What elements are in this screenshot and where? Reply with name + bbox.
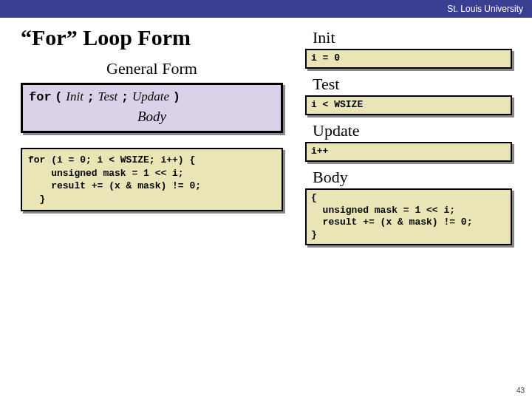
body-label: Body xyxy=(313,168,512,187)
general-form-box: for ( Init ; Test ; Update ) Body xyxy=(21,83,283,133)
update-label: Update xyxy=(313,121,512,140)
page-number: 43 xyxy=(516,386,525,395)
paren-open: ( xyxy=(55,90,62,104)
body-code: { unsigned mask = 1 << i; result += (x &… xyxy=(305,188,512,246)
test-code: i < WSIZE xyxy=(305,95,512,115)
test-label: Test xyxy=(313,75,512,94)
body-placeholder: Body xyxy=(29,109,275,125)
paren-close: ) xyxy=(173,90,180,104)
test-placeholder: Test xyxy=(98,89,118,103)
init-code: i = 0 xyxy=(305,49,512,69)
update-code: i++ xyxy=(305,142,512,162)
update-placeholder: Update xyxy=(132,89,169,103)
university-name: St. Louis University xyxy=(447,4,523,14)
for-syntax-line: for ( Init ; Test ; Update ) xyxy=(29,89,275,104)
right-column: Init i = 0 Test i < WSIZE Update i++ Bod… xyxy=(305,25,512,251)
keyword-for: for xyxy=(29,90,52,104)
init-placeholder: Init xyxy=(66,89,83,103)
header-bar: St. Louis University xyxy=(0,0,532,18)
left-column: “For” Loop Form General Form for ( Init … xyxy=(21,25,283,251)
semicolon-1: ; xyxy=(87,90,95,104)
semicolon-2: ; xyxy=(121,90,129,104)
general-form-heading: General Form xyxy=(21,59,283,78)
init-label: Init xyxy=(313,28,512,47)
slide-title: “For” Loop Form xyxy=(21,25,283,50)
full-code-example: for (i = 0; i < WSIZE; i++) { unsigned m… xyxy=(21,148,283,211)
slide-content: “For” Loop Form General Form for ( Init … xyxy=(0,18,532,251)
